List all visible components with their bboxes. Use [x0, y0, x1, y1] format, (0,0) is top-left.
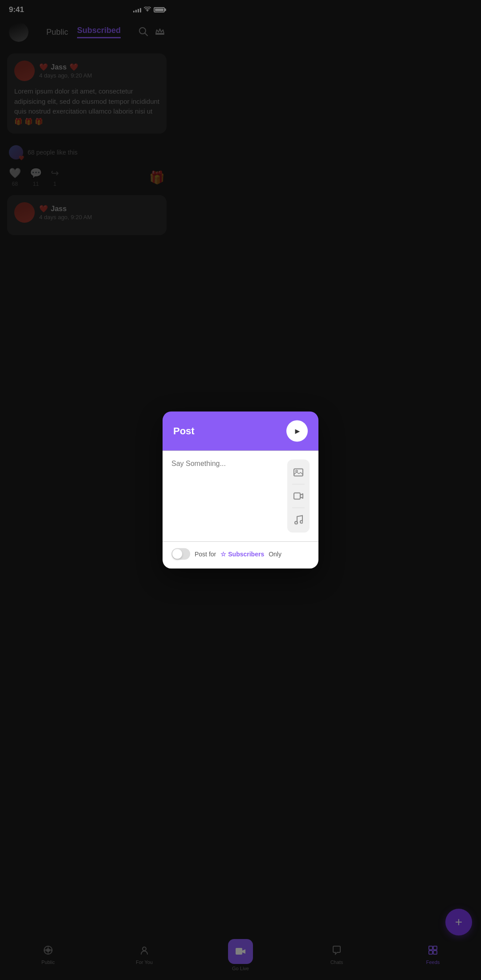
app-screen: Public Subscribed ❤️ [0, 18, 174, 235]
overlay-backdrop[interactable] [0, 0, 174, 353]
